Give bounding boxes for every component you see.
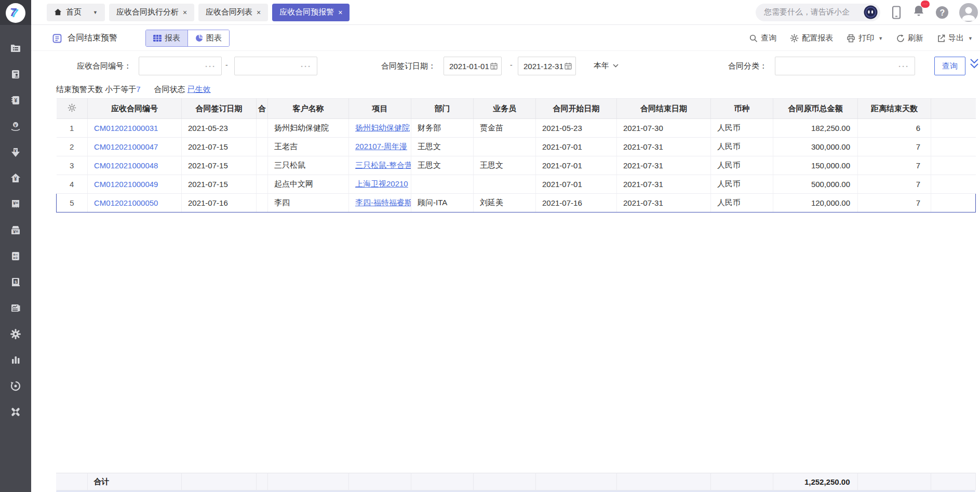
cell-end-date: 2021-07-30 xyxy=(617,119,711,138)
report-chart-icon[interactable] xyxy=(10,302,21,314)
tab-label: 应收合同列表 xyxy=(206,7,252,17)
header-sign-date[interactable]: 合同签订日期 xyxy=(182,99,257,119)
ledger-yen-icon[interactable]: ¥ xyxy=(10,95,21,106)
header-sales[interactable]: 业务员 xyxy=(474,99,536,119)
header-customer[interactable]: 客户名称 xyxy=(268,99,349,119)
header-clipped[interactable]: 合 xyxy=(257,99,268,119)
header-project[interactable]: 项目 xyxy=(349,99,411,119)
assistant-search-input[interactable]: 您需要什么，请告诉小企 xyxy=(756,4,880,21)
table-row[interactable]: 1 CM012021000031 2021-05-23 扬州妇幼保健院 扬州妇幼… xyxy=(57,119,976,138)
logo-area: 7 7 xyxy=(0,0,31,25)
table-row[interactable]: 2 CM012021000047 2021-07-15 王老吉 202107-周… xyxy=(57,138,976,156)
lookup-ellipsis-icon[interactable]: ··· xyxy=(205,62,216,71)
close-icon[interactable]: × xyxy=(257,8,261,17)
assistant-placeholder: 您需要什么，请告诉小企 xyxy=(764,7,860,17)
table-row-selected[interactable]: 5 CM012021000050 2021-07-16 李四 李四-福特福睿斯 … xyxy=(57,194,976,212)
view-report-button[interactable]: 报表 xyxy=(146,30,187,46)
contract-code-link[interactable]: CM012021000048 xyxy=(94,161,158,170)
print-label: 打印 xyxy=(858,33,874,43)
box-yen-icon[interactable]: ¥= xyxy=(10,224,21,236)
refresh-action[interactable]: 刷新 xyxy=(896,33,923,43)
chevron-down-icon[interactable]: ▼ xyxy=(878,36,883,41)
status-value-link[interactable]: 已生效 xyxy=(187,85,211,94)
contract-user-icon[interactable] xyxy=(10,69,21,80)
tab-home[interactable]: 首页 ▼ xyxy=(47,4,105,21)
project-link[interactable]: 三只松鼠-整合营 xyxy=(355,161,411,169)
tab-contract-warning[interactable]: 应收合同预报警 × xyxy=(272,4,350,21)
period-select[interactable]: 本年 xyxy=(594,61,619,71)
chevron-down-icon[interactable]: ▼ xyxy=(968,36,973,41)
header-dept[interactable]: 部门 xyxy=(411,99,474,119)
print-action[interactable]: 打印 ▼ xyxy=(847,33,883,43)
view-chart-button[interactable]: 图表 xyxy=(187,30,229,46)
cell-empty xyxy=(931,194,976,212)
cash-book-icon[interactable]: $ xyxy=(10,276,21,288)
header-end-date[interactable]: 合同结束日期 xyxy=(617,99,711,119)
expand-filters-chevrons-icon[interactable] xyxy=(969,58,979,70)
lookup-ellipsis-icon[interactable]: ··· xyxy=(898,62,909,71)
calendar-icon[interactable] xyxy=(490,62,498,70)
cell-currency: 人民币 xyxy=(711,194,773,212)
category-input[interactable]: ··· xyxy=(775,57,915,75)
hand-coin-icon[interactable]: ¥ xyxy=(10,121,21,132)
cell-sales: 王思文 xyxy=(474,156,536,175)
configure-report-action[interactable]: 配置报表 xyxy=(790,33,833,43)
chevron-down-icon xyxy=(613,64,619,68)
mobile-icon[interactable] xyxy=(891,6,902,19)
header-days-left[interactable]: 距离结束天数 xyxy=(858,99,931,119)
cell-end-date: 2021-07-31 xyxy=(617,138,711,156)
table-row[interactable]: 3 CM012021000048 2021-07-15 三只松鼠 三只松鼠-整合… xyxy=(57,156,976,175)
header-contract-no[interactable]: 应收合同编号 xyxy=(88,99,182,119)
project-link[interactable]: 李四-福特福睿斯 xyxy=(355,198,411,207)
query-action[interactable]: 查询 xyxy=(749,33,776,43)
project-link[interactable]: 扬州妇幼保健院 xyxy=(355,123,410,132)
assistant-robot-icon[interactable] xyxy=(864,5,878,19)
project-link[interactable]: 上海卫视20210 xyxy=(355,179,408,188)
arrow-down-yen-icon[interactable]: ¥ xyxy=(10,147,21,158)
range-dash: - xyxy=(225,61,228,69)
folder-list-icon[interactable] xyxy=(10,43,21,54)
lookup-ellipsis-icon[interactable]: ··· xyxy=(301,62,312,71)
header-currency[interactable]: 币种 xyxy=(711,99,773,119)
warning-days-value[interactable]: 7 xyxy=(136,85,140,94)
query-button[interactable]: 查询 xyxy=(934,57,965,75)
bar-chart-icon[interactable] xyxy=(10,354,21,366)
project-link[interactable]: 202107-周年漫 xyxy=(355,142,407,151)
close-icon[interactable]: × xyxy=(338,8,342,17)
house-yen-icon[interactable]: ¥ xyxy=(10,172,21,184)
date-to-input[interactable]: 2021-12-31 xyxy=(518,57,576,75)
contract-code-link[interactable]: CM012021000047 xyxy=(94,142,158,151)
home-icon xyxy=(54,8,62,16)
contract-code-link[interactable]: CM012021000049 xyxy=(94,180,158,189)
cell-empty xyxy=(411,473,473,490)
header-start-date[interactable]: 合同开始日期 xyxy=(536,99,617,119)
total-amount: 1,252,250.00 xyxy=(773,473,857,490)
contract-no-from-input[interactable]: ··· xyxy=(139,57,222,75)
tab-contract-list[interactable]: 应收合同列表 × xyxy=(198,4,268,21)
printer-icon xyxy=(847,34,855,43)
history-icon[interactable] xyxy=(10,380,21,392)
calculator-icon[interactable]: +−×÷ xyxy=(10,250,21,262)
export-action[interactable]: 导出 ▼ xyxy=(937,33,973,43)
contract-code-link[interactable]: CM012021000050 xyxy=(94,198,158,207)
chevron-down-icon[interactable]: ▼ xyxy=(93,10,98,15)
receipt-yen-icon[interactable]: ¥= xyxy=(10,198,21,210)
column-settings[interactable] xyxy=(57,99,88,119)
header-amount[interactable]: 合同原币总金额 xyxy=(773,99,858,119)
export-icon xyxy=(937,34,945,43)
svg-text:¥=: ¥= xyxy=(13,201,18,206)
gear-icon[interactable] xyxy=(10,328,21,340)
table-row[interactable]: 4 CM012021000049 2021-07-15 起点中文网 上海卫视20… xyxy=(57,175,976,194)
tab-contract-exec-analysis[interactable]: 应收合同执行分析 × xyxy=(109,4,194,21)
contract-no-to-input[interactable]: ··· xyxy=(234,57,317,75)
contract-code-link[interactable]: CM012021000031 xyxy=(94,124,158,132)
calendar-icon[interactable] xyxy=(565,62,572,70)
avatar[interactable] xyxy=(959,3,978,22)
help-icon[interactable]: ? xyxy=(935,6,949,19)
date-from-input[interactable]: 2021-01-01 xyxy=(444,57,502,75)
cell-sales xyxy=(474,138,536,156)
app-logo[interactable]: 7 7 xyxy=(6,3,25,23)
tools-icon[interactable] xyxy=(10,406,21,418)
notifications[interactable]: ··· xyxy=(912,5,925,20)
close-icon[interactable]: × xyxy=(183,8,187,17)
